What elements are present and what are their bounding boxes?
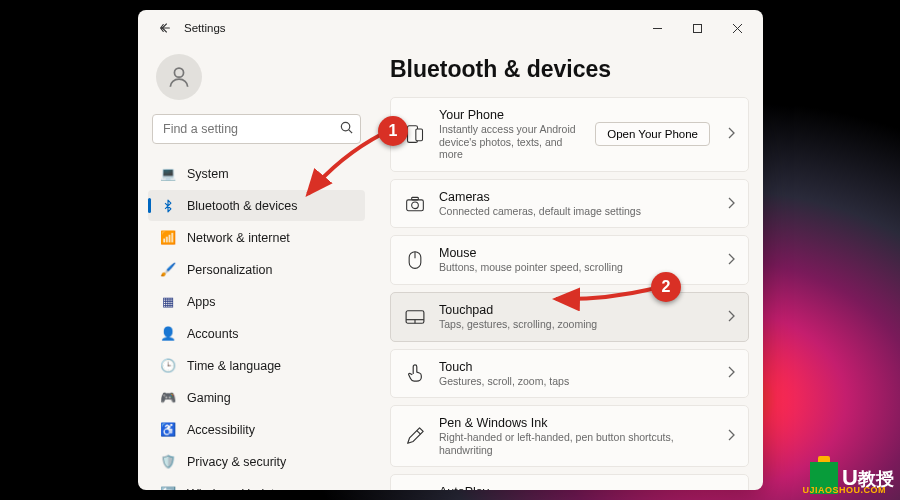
nav-item-privacy-security[interactable]: 🛡️Privacy & security <box>148 446 365 477</box>
open-your-phone-button[interactable]: Open Your Phone <box>595 122 710 146</box>
nav-label: Personalization <box>187 263 272 277</box>
svg-rect-4 <box>416 129 423 141</box>
callout-2: 2 <box>651 272 681 302</box>
your-phone-card[interactable]: Your Phone Instantly access your Android… <box>390 97 749 172</box>
nav-label: Accounts <box>187 327 238 341</box>
pen-icon <box>403 424 427 448</box>
mouse-icon <box>403 248 427 272</box>
nav-icon: ♿ <box>160 422 176 438</box>
card-title: Cameras <box>439 190 714 204</box>
your-phone-title: Your Phone <box>439 108 583 122</box>
sidebar: 💻SystemBluetooth & devices📶Network & int… <box>138 46 371 490</box>
titlebar: Settings <box>138 10 763 46</box>
nav-icon: 🕒 <box>160 358 176 374</box>
nav-item-gaming[interactable]: 🎮Gaming <box>148 382 365 413</box>
chevron-right-icon <box>726 251 736 269</box>
minimize-button[interactable] <box>637 13 677 43</box>
nav-item-apps[interactable]: ▦Apps <box>148 286 365 317</box>
svg-rect-0 <box>693 24 701 32</box>
nav-label: Windows Update <box>187 487 282 491</box>
touch-icon <box>403 361 427 385</box>
svg-point-1 <box>174 68 183 77</box>
card-title: Mouse <box>439 246 714 260</box>
nav-item-time-language[interactable]: 🕒Time & language <box>148 350 365 381</box>
nav-item-system[interactable]: 💻System <box>148 158 365 189</box>
nav-item-bluetooth-devices[interactable]: Bluetooth & devices <box>148 190 365 221</box>
setting-card-pen[interactable]: Pen & Windows InkRight-handed or left-ha… <box>390 405 749 467</box>
arrow-left-icon <box>158 21 172 35</box>
minimize-icon <box>652 23 663 34</box>
cameras-icon <box>403 192 427 216</box>
chevron-right-icon <box>726 308 736 326</box>
window-title: Settings <box>184 22 226 34</box>
svg-rect-7 <box>412 197 419 200</box>
nav-item-personalization[interactable]: 🖌️Personalization <box>148 254 365 285</box>
search-input[interactable] <box>152 114 361 144</box>
your-phone-sub: Instantly access your Android device's p… <box>439 123 583 161</box>
card-subtitle: Connected cameras, default image setting… <box>439 205 714 218</box>
close-button[interactable] <box>717 13 757 43</box>
nav-item-windows-update[interactable]: 🔄Windows Update <box>148 478 365 490</box>
card-title: Touchpad <box>439 303 714 317</box>
back-button[interactable] <box>152 15 178 41</box>
setting-card-mouse[interactable]: MouseButtons, mouse pointer speed, scrol… <box>390 235 749 285</box>
nav-label: System <box>187 167 229 181</box>
chevron-right-icon <box>726 427 736 445</box>
nav-icon: 🎮 <box>160 390 176 406</box>
watermark: U教授 UJIAOSHOU.COM <box>810 462 894 494</box>
setting-card-touch[interactable]: TouchGestures, scroll, zoom, taps <box>390 349 749 399</box>
main-content: Bluetooth & devices Your Phone Instantly… <box>371 46 763 490</box>
nav-icon: 💻 <box>160 166 176 182</box>
watermark-url: UJIAOSHOU.COM <box>802 485 886 495</box>
maximize-icon <box>692 23 703 34</box>
nav-icon: ▦ <box>160 294 176 310</box>
person-icon <box>166 64 192 90</box>
nav-label: Network & internet <box>187 231 290 245</box>
setting-card-autoplay[interactable]: AutoPlayDefaults for removable drives an… <box>390 474 749 490</box>
page-heading: Bluetooth & devices <box>390 56 749 83</box>
nav-label: Bluetooth & devices <box>187 199 298 213</box>
nav-item-network-internet[interactable]: 📶Network & internet <box>148 222 365 253</box>
nav-icon: 🖌️ <box>160 262 176 278</box>
chevron-right-icon <box>726 125 736 143</box>
autoplay-icon <box>403 487 427 490</box>
card-title: AutoPlay <box>439 485 714 490</box>
nav-icon: 👤 <box>160 326 176 342</box>
card-subtitle: Buttons, mouse pointer speed, scrolling <box>439 261 714 274</box>
callout-1: 1 <box>378 116 408 146</box>
nav-item-accounts[interactable]: 👤Accounts <box>148 318 365 349</box>
nav-label: Apps <box>187 295 216 309</box>
search-icon <box>339 120 354 139</box>
nav-label: Gaming <box>187 391 231 405</box>
nav-label: Time & language <box>187 359 281 373</box>
maximize-button[interactable] <box>677 13 717 43</box>
card-subtitle: Right-handed or left-handed, pen button … <box>439 431 714 456</box>
user-avatar[interactable] <box>156 54 202 100</box>
nav-icon: 🛡️ <box>160 454 176 470</box>
card-subtitle: Taps, gestures, scrolling, zooming <box>439 318 714 331</box>
chevron-right-icon <box>726 195 736 213</box>
card-title: Pen & Windows Ink <box>439 416 714 430</box>
setting-card-touchpad[interactable]: TouchpadTaps, gestures, scrolling, zoomi… <box>390 292 749 342</box>
nav-label: Privacy & security <box>187 455 286 469</box>
settings-window: Settings 💻SystemBluetooth & devices📶Netw… <box>138 10 763 490</box>
chevron-right-icon <box>726 364 736 382</box>
setting-card-cameras[interactable]: CamerasConnected cameras, default image … <box>390 179 749 229</box>
card-title: Touch <box>439 360 714 374</box>
nav-icon: 📶 <box>160 230 176 246</box>
touchpad-icon <box>403 305 427 329</box>
nav-icon <box>160 198 176 214</box>
card-subtitle: Gestures, scroll, zoom, taps <box>439 375 714 388</box>
svg-point-6 <box>412 201 419 208</box>
close-icon <box>732 23 743 34</box>
svg-point-2 <box>341 122 349 130</box>
nav-item-accessibility[interactable]: ♿Accessibility <box>148 414 365 445</box>
nav-label: Accessibility <box>187 423 255 437</box>
nav-icon: 🔄 <box>160 486 176 491</box>
nav-list: 💻SystemBluetooth & devices📶Network & int… <box>148 158 365 490</box>
